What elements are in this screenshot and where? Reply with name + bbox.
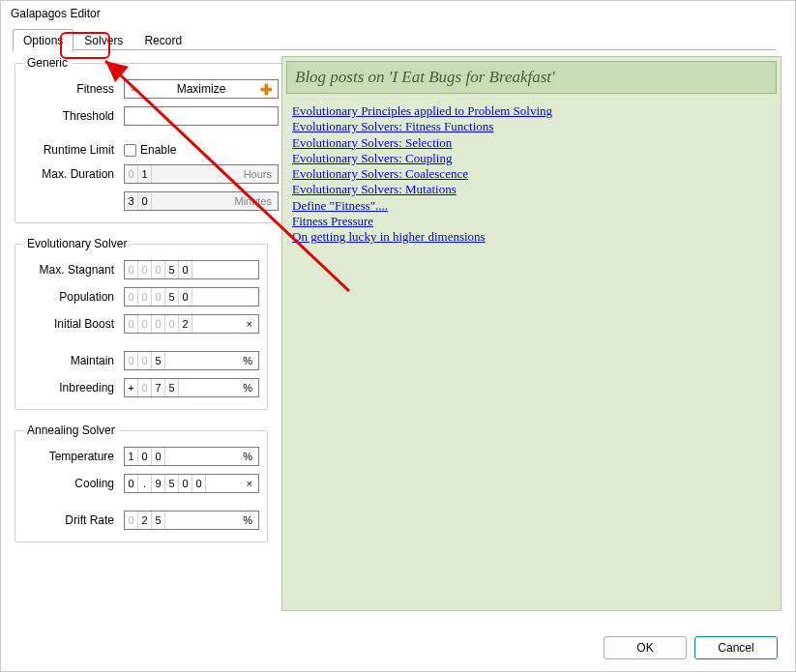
fitness-value: Maximize [177,82,226,96]
tab-solvers[interactable]: Solvers [74,29,133,51]
digit: 0 [152,261,165,278]
digit: 0 [125,261,138,278]
digit: 0 [125,315,138,333]
maintain-unit: % [237,355,258,366]
digit: 0 [179,261,192,278]
digit: 0 [125,475,138,492]
digit: 0 [138,192,152,210]
digit: 0 [125,165,138,183]
temp-unit: % [237,451,258,462]
blog-link[interactable]: Fitness Pressure [292,214,373,229]
fitness-label: Fitness [23,82,118,96]
drift-rate-label: Drift Rate [23,513,118,527]
temperature-label: Temperature [23,450,118,463]
inbreed-unit: % [237,382,258,394]
population-input[interactable]: 00050 [124,287,259,307]
hours-unit: Hours [238,168,278,180]
digit: 0 [192,475,206,492]
digit: 5 [165,288,179,306]
tab-options[interactable]: Options [13,29,74,51]
maintain-label: Maintain [23,354,118,367]
initial-boost-label: Initial Boost [23,317,118,331]
digit: 0 [152,448,165,465]
digit: 0 [125,352,138,369]
evolutionary-group: Evolutionary Solver Max. Stagnant 00050 … [15,237,268,410]
digit: 1 [125,448,138,465]
digit: 0 [165,315,179,333]
digit: 5 [165,475,179,492]
digit: 0 [152,315,165,333]
digit: 5 [165,379,179,396]
threshold-label: Threshold [23,109,118,123]
digit: 5 [152,511,165,529]
minutes-unit: Minutes [228,195,278,207]
blog-link[interactable]: Evolutionary Solvers: Mutations [292,182,457,197]
plus-icon[interactable]: ✚ [260,82,274,96]
boost-unit: × [241,318,258,330]
minus-icon[interactable]: − [129,82,142,96]
population-label: Population [23,290,118,304]
options-panel: Generic Fitness − Maximize ✚ Threshold R… [15,50,268,611]
digit: 1 [138,165,152,183]
blog-link[interactable]: Evolutionary Solvers: Selection [292,135,452,151]
max-duration-label: Max. Duration [23,167,118,181]
blog-link[interactable]: Evolutionary Solvers: Coalescence [292,166,468,182]
threshold-input[interactable] [124,106,279,126]
annealing-legend: Annealing Solver [23,424,119,437]
digit: 0 [138,315,152,333]
digit: 9 [152,475,165,492]
drift-unit: % [237,514,258,526]
fitness-selector[interactable]: − Maximize ✚ [124,79,279,99]
temperature-input[interactable]: 100 % [124,447,259,466]
runtime-enable-checkbox[interactable] [124,144,136,157]
runtime-enable-label: Enable [140,143,176,157]
digit: 5 [152,352,165,369]
inbreed-sign: + [125,379,138,396]
blog-link[interactable]: Evolutionary Solvers: Fitness Functions [292,119,493,134]
blog-panel: Blog posts on 'I Eat Bugs for Breakfast'… [281,56,781,611]
tab-record[interactable]: Record [133,29,192,51]
maintain-input[interactable]: 005 % [124,351,259,370]
generic-group: Generic Fitness − Maximize ✚ Threshold R… [15,56,287,223]
window-title: Galapagos Editor [1,1,795,22]
cooling-label: Cooling [23,477,118,490]
digit: 0 [138,261,152,278]
max-stagnant-label: Max. Stagnant [23,263,118,277]
digit: 0 [138,448,152,465]
cancel-button[interactable]: Cancel [694,636,778,659]
blog-links-list: Evolutionary Principles applied to Probl… [282,98,781,250]
tab-bar: Options Solvers Record [1,28,795,50]
runtime-limit-label: Runtime Limit [23,143,118,157]
blog-link[interactable]: Evolutionary Solvers: Coupling [292,151,452,166]
drift-rate-input[interactable]: 025 % [124,511,259,530]
blog-link[interactable]: On getting lucky in higher dimensions [292,229,486,245]
digit: 0 [125,511,138,529]
digit: 0 [138,288,152,306]
digit: 0 [152,288,165,306]
digit: 3 [125,192,138,210]
digit: 0 [138,352,152,369]
digit: 0 [138,379,152,396]
evolutionary-legend: Evolutionary Solver [23,237,131,250]
digit: 0 [125,288,138,306]
cooling-input[interactable]: 0.9500 × [124,474,259,493]
initial-boost-input[interactable]: 00002 × [124,314,259,334]
inbreeding-label: Inbreeding [23,381,118,394]
digit: 7 [152,379,165,396]
digit: 0 [179,475,192,492]
inbreeding-input[interactable]: + 075 % [124,378,259,397]
max-stagnant-input[interactable]: 00050 [124,260,259,279]
digit: 2 [138,511,152,529]
digit: . [138,475,152,492]
digit: 2 [179,315,192,333]
blog-header: Blog posts on 'I Eat Bugs for Breakfast' [286,61,777,94]
digit: 0 [179,288,192,306]
hours-input: 01 Hours [124,164,279,184]
annealing-group: Annealing Solver Temperature 100 % Cooli… [15,424,268,542]
minutes-input: 30 Minutes [124,191,279,211]
blog-link[interactable]: Evolutionary Principles applied to Probl… [292,103,552,119]
blog-link[interactable]: Define "Fitness".... [292,198,388,214]
digit: 5 [165,261,179,278]
generic-legend: Generic [23,56,72,70]
ok-button[interactable]: OK [604,636,687,659]
